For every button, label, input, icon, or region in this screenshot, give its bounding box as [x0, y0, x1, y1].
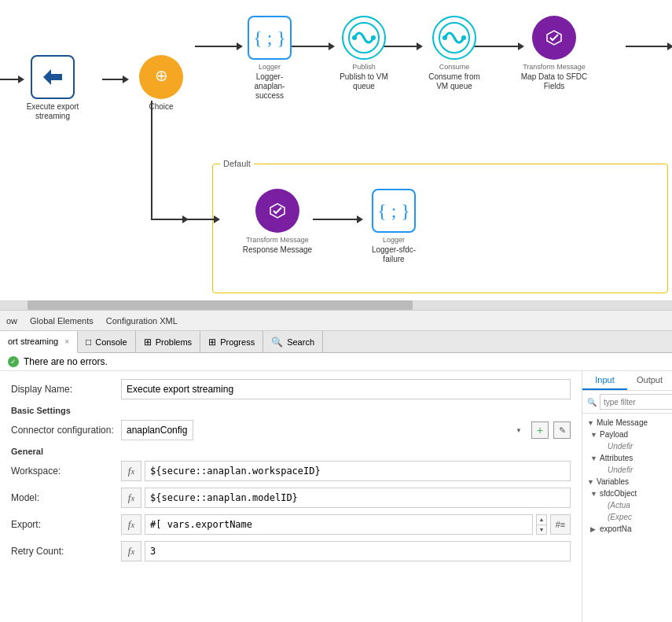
right-tab-output[interactable]: Output [627, 371, 672, 390]
status-dot [8, 356, 19, 367]
progress-icon: ⊞ [208, 337, 216, 348]
export-arrows[interactable]: ▲ ▼ [536, 514, 547, 535]
tree-payload[interactable]: ▼ Payload [582, 429, 672, 440]
display-name-label: Display Name: [11, 384, 121, 395]
tree-expected-label: (Expec [608, 513, 632, 521]
add-connector-button[interactable]: + [531, 421, 549, 439]
tree-sfdc-expected[interactable]: (Expec [582, 511, 672, 523]
console-icon: □ [86, 337, 91, 348]
menu-item-flow[interactable]: ow [6, 316, 17, 326]
tree-sfdc-object[interactable]: ▼ sfdcObject [582, 488, 672, 499]
tree-attrs-undef: Undefir [608, 466, 633, 474]
export-arrow-down[interactable]: ▼ [537, 525, 546, 535]
tab-export-streaming-close[interactable]: × [64, 337, 69, 346]
arrow-choice-logger [195, 46, 238, 47]
search-icon: 🔍 [271, 337, 283, 348]
tree-toggle-export: ▶ [590, 525, 598, 533]
node-choice[interactable]: ⊕ Choice [126, 55, 196, 112]
tree-variables-label: Variables [597, 477, 629, 486]
tab-console-label: Console [95, 337, 127, 347]
tree-payload-undef: Undefir [608, 442, 633, 451]
tree-mule-message[interactable]: ▼ Mule Message [582, 417, 672, 429]
arrow-execute-choice [102, 79, 124, 80]
workspace-input[interactable] [145, 461, 571, 481]
tree-attributes-label: Attributes [600, 454, 633, 462]
retry-count-input[interactable] [145, 541, 571, 561]
tab-problems-label: Problems [156, 337, 192, 347]
export-row: Export: fx ▲ ▼ #≡ [11, 514, 571, 535]
right-filter: 🔍 [582, 391, 672, 414]
node-transform-response[interactable]: Transform Message Response Message [242, 189, 313, 255]
node-logger-success-label: Logger-anaplan-success [255, 72, 285, 101]
tab-console[interactable]: □ Console [78, 331, 136, 352]
right-tab-input[interactable]: Input [582, 371, 627, 390]
workspace-expr-btn[interactable]: fx [121, 461, 141, 481]
svg-text:{ ; }: { ; } [378, 201, 409, 221]
connector-config-row: Connector configuration: anaplanConfig +… [11, 420, 571, 440]
node-logger-success[interactable]: { ; } Logger Logger-anaplan-success [234, 16, 305, 101]
bottom-panel: There are no errors. Display Name: Basic… [0, 353, 672, 622]
flow-canvas: Default Execute exportstreaming ⊕ [0, 0, 672, 311]
svg-point-6 [352, 35, 357, 40]
canvas-scrollbar-thumb[interactable] [28, 300, 413, 310]
right-filter-input[interactable] [600, 394, 672, 410]
menu-bar: ow Global Elements Configuration XML [0, 311, 672, 331]
export-expr-btn[interactable]: fx [121, 514, 141, 535]
connector-config-select[interactable]: anaplanConfig [121, 420, 193, 440]
tree-export-name[interactable]: ▶ exportNa [582, 523, 672, 535]
tab-problems[interactable]: ⊞ Problems [136, 331, 200, 352]
arrow-transform-right [626, 46, 669, 47]
tab-progress[interactable]: ⊞ Progress [200, 331, 263, 352]
form-area: Display Name: Basic Settings Connector c… [0, 371, 672, 622]
form-right: Input Output 🔍 ▼ Mule Message ▼ Payload [582, 371, 672, 622]
export-hash-btn[interactable]: #≡ [550, 514, 571, 535]
export-arrow-up[interactable]: ▲ [537, 515, 546, 525]
node-execute-label: Execute exportstreaming [27, 102, 79, 121]
node-publish-label: Publish to VMqueue [340, 72, 388, 91]
node-consume-label: Consume fromVM queue [428, 72, 480, 91]
tree-area: ▼ Mule Message ▼ Payload Undefir ▼ Attri… [582, 414, 672, 622]
arrow-default-transform [184, 219, 215, 220]
tree-sfdc-label: sfdcObject [600, 489, 637, 498]
tree-toggle-payload: ▼ [590, 431, 598, 439]
problems-icon: ⊞ [144, 337, 152, 348]
svg-point-10 [461, 35, 466, 40]
node-publish[interactable]: Publish Publish to VMqueue [329, 16, 399, 91]
canvas-scrollbar[interactable] [0, 300, 672, 310]
tab-export-streaming[interactable]: ort streaming × [0, 331, 78, 353]
svg-point-7 [371, 35, 376, 40]
retry-count-label: Retry Count: [11, 546, 121, 557]
node-logger-failure-label: Logger-sfdc-failure [372, 245, 416, 264]
tree-attributes-value[interactable]: Undefir [582, 464, 672, 476]
display-name-input[interactable] [121, 379, 571, 399]
model-expr-btn[interactable]: fx [121, 488, 141, 508]
model-input[interactable] [145, 488, 571, 508]
tab-bar: ort streaming × □ Console ⊞ Problems ⊞ P… [0, 331, 672, 353]
display-name-row: Display Name: [11, 379, 571, 399]
menu-item-config-xml[interactable]: Configuration XML [106, 316, 178, 326]
tree-sfdc-actual[interactable]: (Actua [582, 499, 672, 511]
tree-toggle-vars: ▼ [587, 478, 595, 486]
edit-connector-button[interactable]: ✎ [553, 421, 571, 439]
node-consume-top: Consume [439, 63, 470, 71]
tree-export-label: exportNa [600, 524, 632, 533]
tab-search[interactable]: 🔍 Search [263, 331, 323, 352]
node-logger-failure[interactable]: { ; } Logger Logger-sfdc-failure [358, 189, 429, 264]
status-message: There are no errors. [24, 356, 108, 367]
node-transform-sfdc[interactable]: Transform Message Map Data to SFDCFields [519, 16, 589, 91]
node-execute-export[interactable]: Execute exportstreaming [17, 55, 88, 121]
tree-payload-value[interactable]: Undefir [582, 440, 672, 452]
node-consume[interactable]: Consume Consume fromVM queue [419, 16, 490, 91]
filter-search-icon: 🔍 [587, 398, 597, 407]
tree-variables[interactable]: ▼ Variables [582, 476, 672, 488]
tree-attributes[interactable]: ▼ Attributes [582, 452, 672, 464]
export-input[interactable] [145, 514, 533, 535]
retry-expr-btn[interactable]: fx [121, 541, 141, 561]
right-tabs: Input Output [582, 371, 672, 391]
menu-item-global-elements[interactable]: Global Elements [30, 316, 94, 326]
arrow-vert-to-default [151, 219, 184, 220]
node-logger-success-top: Logger [259, 63, 281, 71]
tree-mule-label: Mule Message [597, 418, 648, 427]
tree-toggle-attrs: ▼ [590, 455, 598, 462]
tree-payload-label: Payload [600, 430, 628, 439]
